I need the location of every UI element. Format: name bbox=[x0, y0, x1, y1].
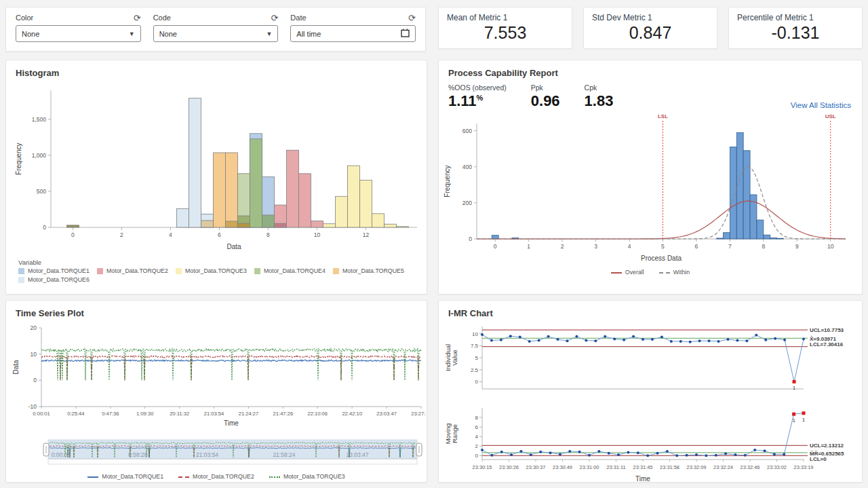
svg-text:1:09:30: 1:09:30 bbox=[136, 411, 153, 417]
svg-text:8: 8 bbox=[267, 231, 270, 238]
legend-item: Motor_Data.TORQUE2 bbox=[97, 267, 176, 274]
capability-legend: OverallWithin bbox=[439, 269, 862, 276]
svg-text:21:24:27: 21:24:27 bbox=[239, 411, 259, 417]
capability-chart: 0200400600012345678910LSLUSLProcess Data… bbox=[441, 111, 859, 266]
code-select[interactable]: None ▼ bbox=[153, 25, 279, 42]
svg-text:6: 6 bbox=[475, 424, 479, 430]
svg-text:0: 0 bbox=[469, 236, 472, 242]
svg-text:0: 0 bbox=[475, 453, 479, 459]
capability-panel: Process Capability Report %OOS (observed… bbox=[438, 60, 863, 295]
filter-label-date: Date bbox=[290, 14, 306, 22]
legend-swatch bbox=[178, 476, 189, 478]
svg-text:2.5: 2.5 bbox=[471, 367, 479, 373]
svg-text:0:58:28: 0:58:28 bbox=[128, 451, 148, 458]
legend-item: Motor_Data.TORQUE2 bbox=[178, 473, 254, 480]
histogram-chart: 05001,0001,500024681012DataFrequency bbox=[12, 82, 421, 255]
svg-text:20: 20 bbox=[31, 324, 37, 331]
svg-text:2: 2 bbox=[561, 243, 564, 250]
svg-text:Frequency: Frequency bbox=[443, 165, 451, 197]
stat-oos: %OOS (observed) 1.11% bbox=[448, 83, 507, 110]
legend-item: Motor_Data.TORQUE1 bbox=[18, 267, 97, 274]
svg-text:10: 10 bbox=[472, 331, 478, 337]
svg-text:Data: Data bbox=[12, 360, 20, 375]
svg-text:200: 200 bbox=[462, 200, 472, 206]
legend-swatch bbox=[254, 268, 260, 274]
refresh-icon[interactable]: ⟳ bbox=[134, 14, 141, 22]
color-select[interactable]: None ▼ bbox=[16, 25, 141, 42]
svg-text:12: 12 bbox=[363, 231, 370, 238]
svg-text:Process Data: Process Data bbox=[641, 255, 682, 262]
svg-text:1,000: 1,000 bbox=[32, 152, 47, 159]
svg-text:LSL: LSL bbox=[658, 113, 668, 119]
metric-card-stddev: Std Dev Metric 1 0.847 bbox=[583, 7, 717, 49]
legend-title: Variable bbox=[6, 257, 427, 267]
filter-group-date: Date ⟳ All time bbox=[290, 14, 416, 45]
legend-swatch bbox=[333, 268, 339, 274]
date-select[interactable]: All time bbox=[290, 25, 416, 42]
svg-text:23:31:45: 23:31:45 bbox=[633, 464, 653, 470]
svg-text:4: 4 bbox=[628, 243, 631, 250]
panel-title: I-MR Chart bbox=[439, 301, 862, 318]
svg-text:0: 0 bbox=[71, 231, 75, 238]
svg-text:10: 10 bbox=[31, 351, 37, 358]
svg-text:USL: USL bbox=[825, 113, 836, 119]
svg-text:1: 1 bbox=[527, 243, 530, 250]
metric-card-mean: Mean of Metric 1 7.553 bbox=[438, 7, 572, 49]
svg-text:0: 0 bbox=[494, 243, 497, 250]
svg-text:22:42:10: 22:42:10 bbox=[342, 411, 362, 417]
legend-item: Overall bbox=[611, 269, 644, 276]
legend-swatch bbox=[611, 272, 622, 274]
imr-panel: I-MR Chart 02.557.5101UCL=10.7753X̄=9.03… bbox=[438, 300, 863, 483]
svg-text:21:03:54: 21:03:54 bbox=[196, 451, 218, 458]
timeseries-panel: Time Series Plot -10010200:00:010:25:440… bbox=[5, 300, 427, 483]
metric-title: Std Dev Metric 1 bbox=[592, 13, 709, 22]
svg-text:0:25:44: 0:25:44 bbox=[67, 411, 84, 417]
refresh-icon[interactable]: ⟳ bbox=[271, 14, 278, 22]
time-range-selector[interactable]: 0:00:010:58:2821:03:5421:58:2423:03:47 bbox=[43, 438, 422, 466]
svg-text:23:30:15: 23:30:15 bbox=[473, 464, 492, 470]
filter-group-color: Color ⟳ None ▼ bbox=[16, 14, 141, 45]
histogram-panel: Histogram 05001,0001,500024681012DataFre… bbox=[5, 60, 427, 295]
view-all-statistics-link[interactable]: View All Statistics bbox=[791, 101, 851, 109]
svg-text:Data: Data bbox=[226, 243, 241, 250]
svg-text:UCL=10.7753: UCL=10.7753 bbox=[810, 327, 844, 333]
svg-text:2: 2 bbox=[120, 231, 123, 238]
legend-swatch bbox=[269, 476, 280, 478]
svg-text:21:47:26: 21:47:26 bbox=[273, 411, 294, 417]
svg-text:3: 3 bbox=[594, 243, 597, 250]
svg-text:1: 1 bbox=[793, 385, 796, 391]
svg-text:400: 400 bbox=[462, 164, 472, 170]
refresh-icon[interactable]: ⟳ bbox=[408, 14, 416, 22]
svg-text:Time: Time bbox=[635, 475, 650, 483]
svg-text:Time: Time bbox=[224, 419, 239, 427]
svg-text:21:58:24: 21:58:24 bbox=[273, 451, 295, 458]
svg-text:5: 5 bbox=[661, 243, 665, 250]
svg-text:0: 0 bbox=[43, 224, 46, 231]
svg-text:23:30:37: 23:30:37 bbox=[526, 464, 546, 470]
metric-value: -0.131 bbox=[737, 23, 854, 43]
svg-text:23:27:39: 23:27:39 bbox=[411, 411, 425, 417]
timeseries-legend: Motor_Data.TORQUE1Motor_Data.TORQUE2Moto… bbox=[6, 473, 427, 480]
svg-text:0: 0 bbox=[33, 377, 37, 383]
filter-group-code: Code ⟳ None ▼ bbox=[153, 14, 279, 45]
legend-swatch bbox=[87, 476, 98, 478]
filter-bar: Color ⟳ None ▼ Code ⟳ None ▼ Date ⟳ All … bbox=[5, 7, 426, 52]
svg-text:23:31:58: 23:31:58 bbox=[660, 464, 679, 470]
panel-title: Histogram bbox=[6, 60, 427, 78]
svg-text:20:11:32: 20:11:32 bbox=[170, 411, 189, 417]
svg-text:0:47:36: 0:47:36 bbox=[102, 411, 119, 417]
metric-title: Mean of Metric 1 bbox=[447, 13, 564, 22]
svg-text:23:32:09: 23:32:09 bbox=[687, 464, 707, 470]
legend-swatch bbox=[97, 268, 103, 274]
svg-text:23:30:49: 23:30:49 bbox=[553, 464, 572, 470]
legend-item: Motor_Data.TORQUE3 bbox=[269, 473, 345, 480]
legend-item: Motor_Data.TORQUE5 bbox=[333, 267, 412, 274]
svg-text:10: 10 bbox=[827, 243, 834, 250]
svg-text:8: 8 bbox=[475, 415, 479, 421]
chevron-down-icon: ▼ bbox=[129, 31, 135, 37]
svg-text:IndividualValue: IndividualValue bbox=[444, 344, 458, 371]
panel-title: Process Capability Report bbox=[439, 60, 862, 78]
metric-card-percentile: Percentile of Metric 1 -0.131 bbox=[728, 7, 863, 49]
filter-label-code: Code bbox=[153, 14, 171, 22]
svg-text:7: 7 bbox=[728, 243, 732, 250]
